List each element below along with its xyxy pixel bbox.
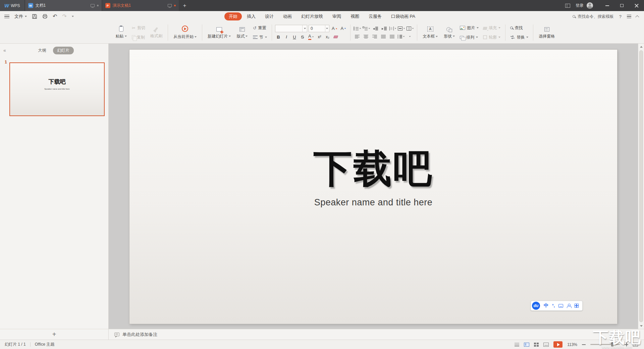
italic-button[interactable]: I	[283, 34, 290, 41]
strikethrough-button[interactable]: S	[299, 34, 306, 41]
slide-sorter-view-button[interactable]	[534, 343, 539, 347]
tab-slides[interactable]: 幻灯片	[53, 47, 74, 54]
numbering-button[interactable]	[363, 25, 370, 32]
tab-view[interactable]: 视图	[346, 12, 364, 20]
tab-insert[interactable]: 插入	[243, 12, 260, 20]
clear-format-button[interactable]	[332, 34, 339, 41]
ime-keyboard-icon[interactable]	[558, 304, 563, 308]
cut-button[interactable]: ✂ 剪切	[130, 24, 147, 32]
tab-animation[interactable]: 动画	[279, 12, 296, 20]
scrollbar-thumb[interactable]	[639, 50, 643, 322]
superscript-button[interactable]: x²	[316, 34, 323, 41]
reset-slide-button[interactable]: ↺ 重置	[251, 24, 269, 32]
slide-thumbnail-1[interactable]: 下载吧 Speaker name and title here	[9, 62, 105, 116]
align-center-button[interactable]	[362, 33, 370, 40]
ime-menu-grid-icon[interactable]	[575, 304, 579, 308]
subscript-button[interactable]: x₂	[324, 34, 331, 41]
tab-cloud[interactable]: 云服务	[364, 12, 386, 20]
minimize-button[interactable]	[600, 0, 614, 11]
avatar[interactable]	[587, 2, 593, 9]
ime-account-icon[interactable]	[567, 304, 571, 308]
notes-toggle-icon[interactable]	[515, 343, 519, 346]
format-painter-button[interactable]: 格式刷	[148, 23, 165, 42]
vertical-scrollbar[interactable]	[638, 44, 644, 329]
print-button[interactable]	[42, 14, 48, 19]
font-color-button[interactable]: A	[307, 34, 315, 41]
text-direction-button[interactable]	[389, 25, 396, 32]
zoom-slider[interactable]	[590, 344, 620, 345]
tab-design[interactable]: 设计	[261, 12, 278, 20]
paste-button[interactable]: 粘贴	[113, 23, 129, 42]
help-button[interactable]: ?	[619, 14, 622, 19]
window-layout-icon[interactable]	[565, 4, 570, 8]
slideshow-play-button[interactable]	[553, 341, 562, 348]
close-button[interactable]	[629, 0, 644, 11]
play-from-current-button[interactable]: 从当前开始	[171, 23, 199, 42]
collapse-panel-button[interactable]: «	[3, 48, 6, 53]
undo-button[interactable]: ↶	[53, 14, 57, 19]
scroll-down-button[interactable]	[638, 323, 644, 329]
slide-page[interactable]: 下载吧 Speaker name and title here	[129, 50, 617, 324]
align-right-button[interactable]	[371, 33, 378, 40]
zoom-out-button[interactable]	[582, 344, 586, 345]
notes-bar[interactable]: 单击此处添加备注	[109, 329, 644, 340]
new-slide-button[interactable]: 新建幻灯片	[205, 23, 233, 42]
tab-outline[interactable]: 大纲	[35, 47, 50, 54]
baidu-ime-logo[interactable]: du	[532, 302, 540, 310]
wps-home-button[interactable]: W WPS	[0, 0, 24, 11]
zoom-level[interactable]: 113%	[567, 342, 577, 347]
paragraph-more-button[interactable]	[406, 33, 414, 40]
arrange-button[interactable]: 排列	[458, 33, 480, 41]
picture-button[interactable]: 图片	[458, 24, 480, 32]
underline-button[interactable]: U	[291, 34, 298, 41]
collapse-ribbon-icon[interactable]	[635, 15, 639, 19]
copy-button[interactable]: 复制	[130, 33, 147, 41]
decrease-indent-button[interactable]	[372, 25, 379, 32]
zoom-in-button[interactable]	[625, 343, 628, 346]
tab-pocket-animation[interactable]: 口袋动画 PA	[387, 12, 420, 20]
tab-review[interactable]: 审阅	[328, 12, 345, 20]
theme-name[interactable]: Office 主题	[35, 342, 54, 347]
add-slide-button[interactable]: +	[0, 329, 108, 340]
customize-quickbar-icon[interactable]	[72, 16, 74, 17]
zoom-slider-thumb[interactable]	[611, 342, 613, 347]
chevron-down-icon[interactable]	[325, 25, 329, 32]
scroll-up-button[interactable]	[638, 44, 644, 50]
fit-to-window-button[interactable]	[633, 343, 638, 347]
font-size-input[interactable]	[309, 26, 325, 31]
fill-button[interactable]: 填充	[481, 24, 502, 32]
section-button[interactable]: 节	[251, 33, 269, 41]
file-tab-presentation1[interactable]: P 演示文稿1	[102, 0, 179, 11]
tab-slideshow[interactable]: 幻灯片放映	[297, 12, 327, 20]
font-name-select[interactable]	[275, 25, 307, 32]
login-button[interactable]: 登录	[576, 3, 584, 8]
redo-button[interactable]: ↷	[62, 14, 66, 19]
columns-button[interactable]	[407, 25, 414, 32]
slide-title[interactable]: 下载吧	[129, 143, 617, 195]
bold-button[interactable]: B	[275, 34, 282, 41]
align-left-button[interactable]	[354, 33, 361, 40]
replace-button[interactable]: 替换	[508, 33, 530, 41]
outline-button[interactable]: 轮廓	[481, 33, 502, 41]
chevron-down-icon[interactable]	[302, 25, 307, 32]
increase-indent-button[interactable]	[380, 25, 388, 32]
command-search[interactable]: 查找命令、搜索模板	[573, 14, 614, 19]
reading-view-button[interactable]	[543, 343, 549, 347]
file-tab-document1[interactable]: W 文档1	[25, 0, 102, 11]
tab-home[interactable]: 开始	[224, 12, 242, 20]
grow-font-button[interactable]: A	[331, 25, 338, 32]
save-button[interactable]	[32, 14, 37, 19]
font-name-input[interactable]	[275, 26, 302, 31]
file-menu-button[interactable]: 文件	[14, 13, 27, 19]
font-size-select[interactable]	[309, 25, 329, 32]
bullets-button[interactable]	[354, 25, 361, 32]
ime-language-toggle[interactable]: 中	[544, 303, 548, 309]
shapes-button[interactable]: 形状	[441, 23, 457, 42]
maximize-button[interactable]	[614, 0, 629, 11]
justify-button[interactable]	[380, 33, 387, 40]
vertical-align-button[interactable]	[398, 25, 405, 32]
slide-subtitle[interactable]: Speaker name and title here	[129, 197, 617, 208]
selection-pane-button[interactable]: 选择窗格	[536, 23, 557, 42]
line-spacing-button[interactable]	[397, 33, 405, 40]
ribbon-options-icon[interactable]	[627, 15, 631, 18]
